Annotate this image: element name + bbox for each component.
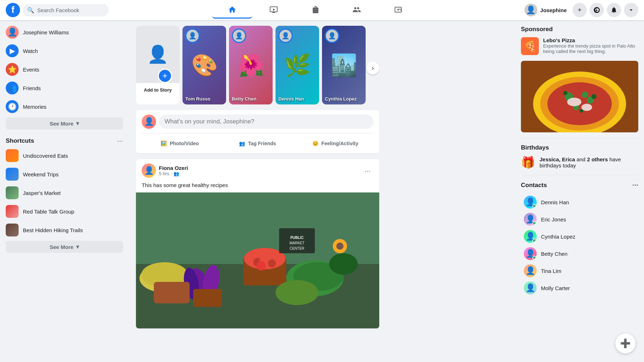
story-cynthia-lopez[interactable]: 👤 Cynthia Lopez 🏙️ (322, 26, 366, 104)
shortcut-weekend-trips-label: Weekend Trips (23, 171, 59, 177)
sponsor-name[interactable]: Lebo's Pizza (543, 37, 638, 43)
contact-tina-lim[interactable]: 👤 Tina Lim (521, 262, 638, 279)
composer-input[interactable] (159, 114, 374, 129)
sidebar-user-avatar: 👤 (6, 26, 19, 39)
sidebar-memories-label: Memories (23, 104, 47, 110)
sidebar-item-events[interactable]: ⭐ Events (3, 60, 126, 79)
composer-actions: 🖼️ Photo/Video 👥 Tag Friends 😊 Feeling/A… (142, 133, 374, 149)
svg-point-42 (563, 91, 567, 95)
post-user-details: Fiona Ozeri 5 hrs · 👥 (159, 165, 188, 176)
post-text: This has some great healthy recipes (136, 178, 379, 192)
watch-icon: ▶ (6, 44, 19, 57)
post-image: PUBLIC MARKET CENTER (136, 192, 379, 328)
sidebar-item-watch[interactable]: ▶ Watch (3, 41, 126, 60)
see-more-shortcuts-button[interactable]: See More ▾ (6, 241, 123, 253)
messenger-button[interactable] (590, 3, 604, 17)
svg-point-43 (591, 94, 596, 99)
add-button[interactable]: + (572, 3, 587, 17)
shortcut-jaspers-market-img (6, 186, 19, 199)
sponsor-image[interactable] (521, 61, 638, 132)
shortcut-undiscovered-eats-label: Undiscovered Eats (23, 153, 68, 159)
composer-tag-friends[interactable]: 👥 Tag Friends (219, 138, 296, 149)
svg-point-5 (399, 8, 400, 9)
composer-avatar: 👤 (142, 114, 156, 129)
contacts-more-icon[interactable]: ··· (632, 181, 638, 189)
contact-cynthia-lopez[interactable]: 👤 Cynthia Lopez (521, 228, 638, 245)
shortcuts-more-icon[interactable]: ··· (117, 137, 123, 145)
shortcut-weekend-trips[interactable]: Weekend Trips (3, 165, 126, 184)
story-betty-chen[interactable]: 👤 Betty Chen 🌺 (229, 26, 273, 104)
right-sidebar: Sponsored 🍕 Lebo's Pizza Experience the … (515, 20, 644, 362)
birthdays-header: Birthdays (521, 144, 638, 151)
search-bar[interactable]: 🔍 (23, 4, 109, 16)
notifications-button[interactable] (607, 3, 621, 17)
sidebar-item-friends[interactable]: 👥 Friends (3, 79, 126, 97)
shortcut-weekend-trips-img (6, 168, 19, 181)
contact-betty-chen[interactable]: 👤 Betty Chen (521, 245, 638, 262)
svg-point-44 (580, 109, 583, 113)
contact-molly-carter[interactable]: 👤 Molly Carter (521, 279, 638, 297)
post-composer: 👤 🖼️ Photo/Video 👥 Tag Friends 😊 Feeling… (136, 110, 379, 153)
see-more-label: See More (50, 121, 74, 127)
shortcut-hiking-trails-img (6, 224, 19, 236)
user-avatar: 👤 (525, 4, 537, 16)
friends-icon: 👥 (6, 82, 19, 94)
stories-next-button[interactable]: › (366, 62, 379, 74)
post-separator: · (171, 171, 172, 176)
contact-dennis-han[interactable]: 👤 Dennis Han (521, 194, 638, 211)
post-more-button[interactable]: ··· (362, 164, 374, 178)
facebook-logo[interactable]: f (6, 3, 20, 17)
composer-feeling[interactable]: 😊 Feeling/Activity (297, 138, 374, 149)
sponsor-text: Lebo's Pizza Experience the trendy pizza… (543, 37, 638, 55)
shortcut-red-table-talk-label: Red Table Talk Group (23, 209, 74, 215)
tag-friends-icon: 👥 (239, 141, 245, 146)
birthdays-section: Birthdays 🎁 Jessica, Erica and 2 others … (521, 144, 638, 169)
add-story-card[interactable]: 👤 + Add to Story (136, 26, 180, 104)
nav-tab-gaming[interactable] (378, 1, 418, 19)
nav-tab-watch[interactable] (254, 1, 294, 19)
story-tom-russo[interactable]: 👤 Tom Russo 🎨 (182, 26, 226, 104)
nav-tab-marketplace[interactable] (295, 1, 335, 19)
shortcut-hiking-trails[interactable]: Best Hidden Hiking Trails (3, 221, 126, 239)
nav-tab-home[interactable] (212, 1, 252, 19)
sidebar-item-memories[interactable]: 🕐 Memories (3, 97, 126, 116)
shortcut-hiking-trails-label: Best Hidden Hiking Trails (23, 227, 83, 233)
add-story-plus-icon: + (158, 69, 172, 83)
post-meta: 5 hrs · 👥 (159, 171, 188, 176)
post-card-fiona: 👤 Fiona Ozeri 5 hrs · 👥 ··· This has som… (136, 159, 379, 328)
shortcuts-label: Shortcuts (6, 137, 34, 145)
contacts-header: Contacts ··· (521, 181, 638, 189)
tag-friends-label: Tag Friends (248, 141, 276, 146)
main-layout: 👤 Josephine Williams ▶ Watch ⭐ Events 👥 … (0, 0, 644, 362)
shortcut-red-table-talk[interactable]: Red Table Talk Group (3, 202, 126, 221)
see-more-button[interactable]: See More ▾ (6, 117, 123, 129)
svg-rect-24 (193, 289, 222, 307)
search-input[interactable] (37, 7, 104, 13)
photo-video-icon: 🖼️ (161, 141, 167, 146)
svg-point-39 (582, 92, 588, 98)
composer-top: 👤 (142, 114, 374, 129)
shortcut-jaspers-market[interactable]: Jasper's Market (3, 184, 126, 202)
contact-eric-jones[interactable]: 👤 Eric Jones (521, 211, 638, 228)
svg-point-16 (257, 261, 266, 270)
sidebar-user-profile[interactable]: 👤 Josephine Williams (3, 23, 126, 41)
divider-2 (521, 175, 638, 175)
svg-text:PUBLIC: PUBLIC (290, 236, 303, 240)
online-indicator-betty (532, 256, 537, 260)
user-profile-pill[interactable]: 👤 Josephine (522, 2, 570, 18)
shortcut-undiscovered-eats[interactable]: Undiscovered Eats (3, 146, 126, 165)
story-dennis-han[interactable]: 👤 Dennis Han 🌿 (275, 26, 319, 104)
shortcuts-header: Shortcuts ··· (3, 131, 126, 146)
stories-row: 👤 + Add to Story 👤 Tom Russo 🎨 (136, 26, 379, 110)
new-chat-icon: ➕ (620, 338, 631, 348)
search-icon: 🔍 (27, 7, 34, 14)
memories-icon: 🕐 (6, 100, 19, 113)
post-user-avatar[interactable]: 👤 (142, 163, 156, 178)
new-chat-button[interactable]: ➕ (615, 333, 635, 353)
feeling-label: Feeling/Activity (321, 141, 358, 146)
svg-text:f: f (11, 4, 15, 15)
composer-photo-video[interactable]: 🖼️ Photo/Video (142, 138, 218, 149)
post-privacy-icon: 👥 (174, 171, 179, 176)
menu-button[interactable] (624, 3, 638, 17)
nav-tab-groups[interactable] (337, 1, 377, 19)
